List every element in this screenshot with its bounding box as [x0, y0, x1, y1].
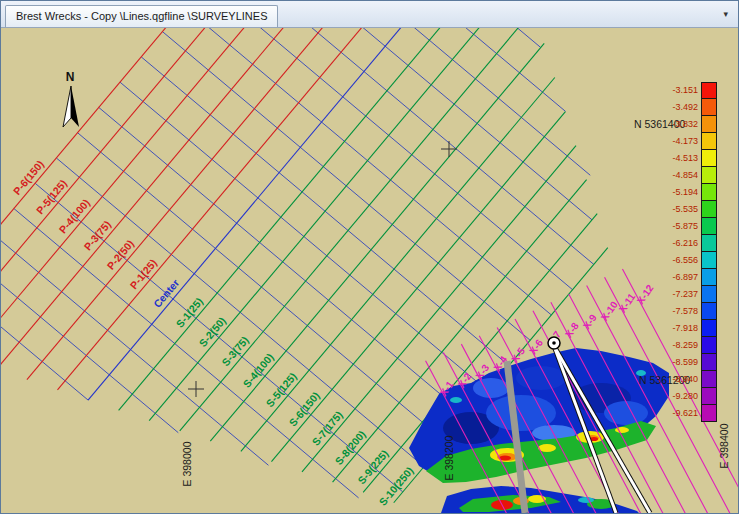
survey-line-s-1-25[interactable]: [119, 28, 513, 410]
legend-depth-value: -7.918: [659, 320, 701, 337]
grid-cross-tick: [205, 28, 573, 290]
grid-cross-marker: [188, 381, 204, 397]
legend-color-swatch: [701, 251, 717, 269]
legend-color-swatch: [701, 149, 717, 167]
legend-color-swatch: [701, 200, 717, 218]
legend-row: -9.621: [659, 405, 717, 422]
legend-color-swatch: [701, 319, 717, 337]
legend-depth-value: -9.621: [659, 405, 701, 422]
legend-depth-value: -5.875: [659, 218, 701, 235]
grid-cross-marker: [441, 141, 457, 157]
legend-row: -3.832: [659, 116, 717, 133]
legend-row: -9.280: [659, 388, 717, 405]
legend-row: -4.173: [659, 133, 717, 150]
legend-row: -3.151: [659, 82, 717, 99]
legend-depth-value: -5.194: [659, 184, 701, 201]
grid-cross-tick: [184, 28, 552, 315]
easting-label: E 398200: [443, 435, 455, 480]
legend-color-swatch: [701, 370, 717, 388]
survey-map-svg: N 5361400N 5361200E 398000E 398200E 3984…: [1, 28, 738, 513]
north-arrow-left-half: [63, 86, 71, 127]
legend-color-swatch: [701, 336, 717, 354]
bathymetry-patch: [486, 395, 556, 431]
legend-row: -7.237: [659, 286, 717, 303]
legend-row: -6.556: [659, 252, 717, 269]
legend-row: -5.875: [659, 218, 717, 235]
legend-color-swatch: [701, 234, 717, 252]
cross-line-label: X-9: [581, 312, 599, 331]
legend-row: -7.918: [659, 320, 717, 337]
legend-depth-value: -9.280: [659, 388, 701, 405]
survey-line-s-2-50[interactable]: [149, 28, 523, 421]
tab-label: Brest Wrecks - Copy \Lines.qgfline \SURV…: [16, 10, 267, 22]
bathymetry-hotspot: [578, 497, 594, 503]
legend-depth-value: -3.492: [659, 99, 701, 116]
legend-color-swatch: [701, 98, 717, 116]
legend-row: -8.259: [659, 337, 717, 354]
legend-row: -8.599: [659, 354, 717, 371]
survey-line-label: Center: [151, 277, 182, 310]
legend-depth-value: -6.556: [659, 252, 701, 269]
survey-line-label: S-10(250): [376, 464, 415, 507]
bathymetry-patch: [450, 397, 462, 403]
north-arrow: N: [63, 70, 79, 127]
depth-legend: -3.151-3.492-3.832-4.173-4.513-4.854-5.1…: [659, 82, 717, 422]
survey-line-p-2-50[interactable]: [27, 28, 481, 380]
legend-row: -4.854: [659, 167, 717, 184]
north-arrow-label: N: [66, 70, 75, 84]
legend-depth-value: -4.854: [659, 167, 701, 184]
legend-color-swatch: [701, 404, 717, 422]
legend-row: -5.535: [659, 201, 717, 218]
legend-row: -6.216: [659, 235, 717, 252]
north-arrow-right-half: [71, 86, 79, 127]
vessel-position-dot: [552, 341, 556, 345]
legend-depth-value: -8.259: [659, 337, 701, 354]
legend-depth-value: -3.832: [659, 116, 701, 133]
legend-color-swatch: [701, 302, 717, 320]
legend-depth-value: -4.513: [659, 150, 701, 167]
tab-bar: Brest Wrecks - Copy \Lines.qgfline \SURV…: [1, 1, 738, 28]
easting-label: E 398000: [181, 441, 193, 486]
legend-row: -3.492: [659, 99, 717, 116]
legend-color-swatch: [701, 217, 717, 235]
cross-line-label: X-8: [563, 320, 581, 339]
legend-color-swatch: [701, 353, 717, 371]
legend-depth-value: -4.173: [659, 133, 701, 150]
legend-row: -5.194: [659, 184, 717, 201]
legend-depth-value: -8.940: [659, 371, 701, 388]
legend-depth-value: -7.578: [659, 303, 701, 320]
grid-cross-tick: [269, 28, 591, 175]
legend-color-swatch: [701, 183, 717, 201]
legend-row: -7.578: [659, 303, 717, 320]
legend-color-swatch: [701, 268, 717, 286]
legend-depth-value: -3.151: [659, 82, 701, 99]
legend-color-swatch: [701, 387, 717, 405]
easting-label: E 398400: [718, 423, 730, 468]
legend-row: -4.513: [659, 150, 717, 167]
cross-line-label: X-11: [617, 291, 638, 315]
legend-depth-value: -5.535: [659, 201, 701, 218]
map-canvas[interactable]: N 5361400N 5361200E 398000E 398200E 3984…: [1, 28, 738, 513]
legend-depth-value: -6.216: [659, 235, 701, 252]
grid-cross-tick: [290, 28, 566, 111]
legend-depth-value: -6.897: [659, 269, 701, 286]
tab-surveylines[interactable]: Brest Wrecks - Copy \Lines.qgfline \SURV…: [5, 5, 278, 27]
legend-color-swatch: [701, 285, 717, 303]
legend-row: -8.940: [659, 371, 717, 388]
legend-row: -6.897: [659, 269, 717, 286]
app-window: Brest Wrecks - Copy \Lines.qgfline \SURV…: [0, 0, 739, 514]
legend-color-swatch: [701, 132, 717, 150]
legend-depth-value: -7.237: [659, 286, 701, 303]
legend-depth-value: -8.599: [659, 354, 701, 371]
legend-color-swatch: [701, 115, 717, 133]
cross-line-label: X-12: [635, 282, 656, 306]
legend-color-swatch: [701, 82, 717, 99]
tab-overflow-dropdown-icon[interactable]: ▾: [718, 9, 733, 27]
legend-color-swatch: [701, 166, 717, 184]
bathymetry-coverage: [409, 348, 669, 513]
cross-line-label: X-10: [599, 299, 620, 323]
